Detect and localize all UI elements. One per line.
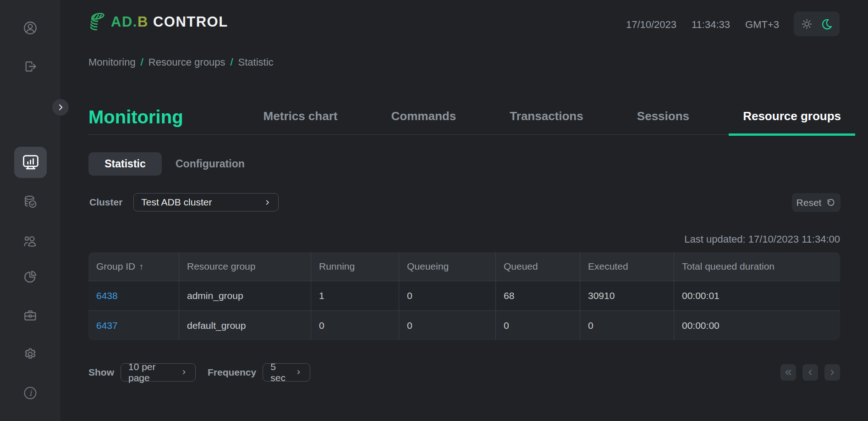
tabs: Metrics chart Commands Transactions Sess… bbox=[264, 110, 841, 134]
frequency-select[interactable]: 5 sec bbox=[263, 363, 310, 382]
pagination bbox=[780, 364, 840, 381]
reset-button-label: Reset bbox=[797, 197, 822, 208]
users-icon bbox=[22, 233, 38, 249]
group-id-link[interactable]: 6437 bbox=[96, 320, 118, 331]
sidebar-item-info[interactable]: i bbox=[22, 385, 38, 401]
cell-executed: 30910 bbox=[580, 281, 674, 310]
chevron-right-icon bbox=[181, 369, 188, 376]
sidebar-item-reports[interactable] bbox=[22, 269, 38, 284]
tab-commands[interactable]: Commands bbox=[391, 110, 456, 134]
tab-transactions[interactable]: Transactions bbox=[510, 110, 583, 134]
info-icon: i bbox=[22, 385, 38, 401]
theme-toggle bbox=[794, 11, 840, 36]
last-updated-text: Last updated: 17/10/2023 11:34:00 bbox=[684, 233, 840, 245]
per-page-value: 10 per page bbox=[128, 361, 176, 383]
table-row: 6437 default_group 0 0 0 0 00:00:00 bbox=[88, 310, 840, 340]
subtab-configuration[interactable]: Configuration bbox=[176, 158, 245, 170]
column-header-queueing[interactable]: Queueing bbox=[399, 252, 495, 281]
rotate-ccw-icon bbox=[826, 198, 836, 208]
cell-total-queued-duration: 00:00:00 bbox=[674, 311, 840, 340]
table-header-row: Group ID ↑ Resource group Running Queuei… bbox=[88, 252, 840, 281]
group-id-link[interactable]: 6438 bbox=[96, 290, 118, 301]
cell-running: 1 bbox=[311, 281, 399, 310]
moon-icon[interactable] bbox=[821, 18, 833, 30]
sidebar-item-databases[interactable] bbox=[22, 194, 38, 210]
cell-queued: 0 bbox=[495, 311, 580, 340]
databases-check-icon bbox=[22, 194, 38, 210]
sun-icon[interactable] bbox=[801, 18, 813, 30]
app-window: i AD.B CONTROL 17/10/2023 11:34:33 GMT+3 bbox=[0, 0, 868, 421]
subtab-statistic[interactable]: Statistic bbox=[88, 152, 162, 176]
logout-icon[interactable] bbox=[22, 59, 38, 74]
database-logo-icon bbox=[88, 11, 107, 33]
cell-resource-group: admin_group bbox=[179, 281, 311, 310]
logo-b: B bbox=[137, 14, 148, 30]
page-title: Monitoring bbox=[88, 108, 183, 126]
breadcrumb: Monitoring / Resource groups / Statistic bbox=[88, 56, 274, 68]
table-footer-controls: Show 10 per page Frequency 5 sec bbox=[88, 363, 310, 382]
next-page-button[interactable] bbox=[824, 364, 840, 381]
cluster-select-value: Test ADB cluster bbox=[141, 197, 212, 208]
cell-queueing: 0 bbox=[399, 281, 495, 310]
breadcrumb-resource-groups[interactable]: Resource groups bbox=[148, 56, 225, 68]
chevron-right-icon bbox=[264, 199, 271, 206]
svg-text:i: i bbox=[29, 388, 33, 398]
cluster-label: Cluster bbox=[89, 197, 122, 208]
tab-sessions[interactable]: Sessions bbox=[637, 110, 689, 134]
tab-metrics-chart[interactable]: Metrics chart bbox=[264, 110, 338, 134]
current-time: 11:34:33 bbox=[692, 19, 730, 31]
cell-executed: 0 bbox=[580, 311, 674, 340]
column-header-group-id[interactable]: Group ID ↑ bbox=[88, 252, 179, 281]
cell-running: 0 bbox=[311, 311, 399, 340]
show-label: Show bbox=[88, 367, 114, 378]
breadcrumb-separator: / bbox=[141, 56, 143, 68]
breadcrumb-monitoring[interactable]: Monitoring bbox=[88, 56, 136, 68]
tab-resource-groups[interactable]: Resource groups bbox=[743, 110, 841, 134]
column-header-label: Group ID bbox=[96, 261, 135, 272]
logo-control: CONTROL bbox=[153, 14, 228, 30]
user-account-icon[interactable] bbox=[22, 20, 38, 36]
timezone: GMT+3 bbox=[745, 19, 779, 31]
subtabs: Statistic Configuration bbox=[88, 152, 245, 176]
column-header-executed[interactable]: Executed bbox=[580, 252, 674, 281]
frequency-value: 5 sec bbox=[270, 361, 290, 383]
per-page-select[interactable]: 10 per page bbox=[121, 363, 196, 382]
sidebar-expand-button[interactable] bbox=[52, 99, 69, 116]
sidebar-item-settings[interactable] bbox=[22, 346, 38, 362]
monitoring-chart-board-icon bbox=[21, 152, 41, 172]
sidebar-item-jobs[interactable] bbox=[22, 308, 38, 323]
resource-groups-table: Group ID ↑ Resource group Running Queuei… bbox=[88, 252, 840, 340]
chevron-right-icon bbox=[827, 367, 837, 377]
cell-queued: 68 bbox=[495, 281, 580, 310]
settings-gear-icon bbox=[22, 346, 38, 362]
briefcase-icon bbox=[22, 308, 38, 323]
cell-resource-group: default_group bbox=[179, 311, 311, 340]
app-logo: AD.B CONTROL bbox=[88, 11, 228, 33]
current-date: 17/10/2023 bbox=[626, 19, 676, 31]
column-header-running[interactable]: Running bbox=[311, 252, 399, 281]
sidebar: i bbox=[0, 0, 60, 421]
frequency-label: Frequency bbox=[208, 367, 256, 378]
chevrons-left-icon bbox=[783, 367, 793, 377]
sort-ascending-icon[interactable]: ↑ bbox=[139, 261, 143, 272]
reset-button[interactable]: Reset bbox=[792, 193, 841, 212]
chevron-left-icon bbox=[805, 367, 815, 377]
first-page-button[interactable] bbox=[780, 364, 796, 381]
column-header-queued[interactable]: Queued bbox=[495, 252, 580, 281]
column-header-total-queued-duration[interactable]: Total queued duration bbox=[674, 252, 840, 281]
previous-page-button[interactable] bbox=[802, 364, 818, 381]
cluster-select[interactable]: Test ADB cluster bbox=[133, 193, 279, 211]
cell-total-queued-duration: 00:00:01 bbox=[674, 281, 840, 310]
pie-chart-icon bbox=[22, 269, 38, 284]
topbar-datetime: 17/10/2023 11:34:33 GMT+3 bbox=[626, 19, 779, 31]
page-tabbar: Monitoring Metrics chart Commands Transa… bbox=[88, 96, 841, 135]
chevron-right-icon bbox=[56, 103, 65, 112]
cell-queueing: 0 bbox=[399, 311, 495, 340]
breadcrumb-separator: / bbox=[230, 56, 233, 68]
sidebar-item-users[interactable] bbox=[22, 233, 38, 249]
app-logo-text: AD.B CONTROL bbox=[111, 14, 228, 30]
logo-ad: AD. bbox=[111, 14, 137, 30]
sidebar-item-monitoring[interactable] bbox=[14, 147, 47, 178]
cluster-filter-row: Cluster Test ADB cluster bbox=[89, 193, 279, 211]
column-header-resource-group[interactable]: Resource group bbox=[179, 252, 311, 281]
